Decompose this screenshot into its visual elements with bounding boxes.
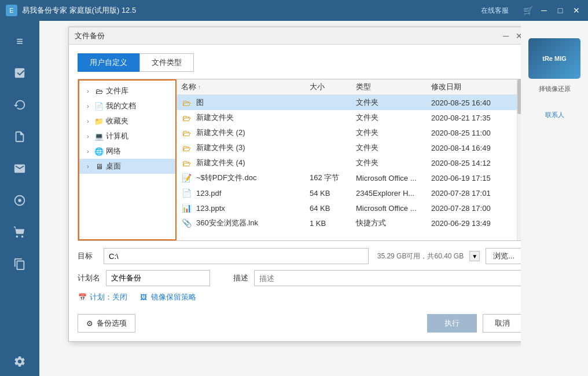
sidebar-item-scope[interactable] bbox=[5, 186, 34, 215]
schedule-link[interactable]: 📅 计划：关闭 bbox=[78, 292, 127, 302]
dialog-titlebar: 文件备份 ─ ✕ bbox=[69, 27, 531, 45]
desc-input[interactable] bbox=[254, 270, 522, 286]
plan-name-input[interactable] bbox=[106, 270, 210, 286]
tab-custom[interactable]: 用户自定义 bbox=[78, 53, 139, 72]
tree-item-mydocs[interactable]: › 📄 我的文档 bbox=[79, 98, 175, 114]
tree-item-computer[interactable]: › 💻 计算机 bbox=[79, 129, 175, 144]
file-name: 新建文件夹 (2) bbox=[196, 127, 245, 138]
disk-dropdown-btn[interactable]: ▼ bbox=[469, 251, 480, 261]
computer-icon: 💻 bbox=[94, 132, 104, 141]
col-header-name[interactable]: 名称 ↑ bbox=[181, 82, 310, 92]
sidebar-item-settings[interactable] bbox=[5, 347, 34, 376]
gear-icon: ⚙ bbox=[86, 319, 93, 328]
options-button[interactable]: ⚙ 备份选项 bbox=[78, 314, 135, 333]
mydocs-icon: 📄 bbox=[94, 101, 104, 111]
file-browser: › 🗁 文件库 › 📄 我的文档 › 📁 收藏夹 bbox=[78, 79, 522, 241]
links-row: 📅 计划：关闭 🖼 镜像保留策略 bbox=[78, 292, 522, 302]
titlebar-minimize-btn[interactable]: ─ bbox=[538, 5, 550, 16]
sidebar-item-email[interactable] bbox=[5, 154, 34, 183]
mirror-link-text: 镜像保留策略 bbox=[151, 292, 196, 302]
schedule-link-text: 计划：关闭 bbox=[90, 292, 127, 302]
file-date-cell: 2020-08-25 11:00 bbox=[431, 129, 512, 137]
chevron-icon: › bbox=[84, 147, 92, 155]
tree-label-favorites: 收藏夹 bbox=[106, 116, 128, 126]
dialog-content: 用户自定义 文件类型 › 🗁 文件库 › 📄 bbox=[69, 45, 531, 341]
table-row[interactable]: 📝 ~$转PDF文件.doc 162 字节 Microsoft Office .… bbox=[177, 170, 517, 185]
folder-icon: 🗁 bbox=[181, 158, 192, 168]
table-row[interactable]: 🗁 新建文件夹 (2) 文件夹 2020-08-25 11:00 bbox=[177, 125, 517, 140]
dialog-minimize-btn[interactable]: ─ bbox=[500, 30, 512, 42]
execute-button[interactable]: 执行 bbox=[427, 314, 477, 333]
sidebar-item-restore[interactable] bbox=[5, 90, 34, 119]
file-date-cell: 2020-08-14 16:49 bbox=[431, 144, 512, 152]
tab-filetype[interactable]: 文件类型 bbox=[139, 53, 194, 72]
chevron-icon: › bbox=[84, 132, 92, 140]
mirror-icon: 🖼 bbox=[139, 293, 148, 302]
contact-link[interactable]: 联系人 bbox=[545, 111, 564, 119]
file-name: 新建文件夹 (4) bbox=[196, 158, 245, 168]
file-name: 新建文件夹 (3) bbox=[196, 143, 245, 153]
main-layout: ≡ 文件备份 ─ bbox=[0, 21, 588, 376]
dialog-title: 文件备份 bbox=[75, 31, 500, 41]
file-size-cell: 162 字节 bbox=[310, 173, 356, 183]
pdf-icon: 📄 bbox=[181, 188, 192, 198]
titlebar-controls: 在线客服 🛒 ─ □ ✕ bbox=[481, 5, 582, 16]
col-header-date[interactable]: 修改日期 bbox=[431, 82, 512, 92]
sidebar: ≡ bbox=[0, 21, 39, 376]
tree-item-network[interactable]: › 🌐 网络 bbox=[79, 144, 175, 159]
cancel-button[interactable]: 取消 bbox=[483, 314, 522, 333]
desc-label: 描述 bbox=[233, 273, 248, 283]
file-name-cell: 🗁 新建文件夹 (4) bbox=[181, 158, 310, 168]
table-row[interactable]: 📊 123.pptx 64 KB Microsoft Office ... 20… bbox=[177, 200, 517, 216]
file-date-cell: 2020-06-19 17:15 bbox=[431, 174, 512, 182]
table-row[interactable]: 🗁 新建文件夹 文件夹 2020-08-21 17:35 bbox=[177, 110, 517, 125]
sidebar-item-backup[interactable] bbox=[5, 59, 34, 87]
table-row[interactable]: 📄 123.pdf 54 KB 2345Explorer H... 2020-0… bbox=[177, 185, 517, 200]
file-rows: 🗁 图 文件夹 2020-08-25 16:40 🗁 新建文件夹 文件夹 202… bbox=[177, 95, 517, 231]
file-type-cell: 文件夹 bbox=[356, 127, 431, 138]
sidebar-item-clone[interactable] bbox=[5, 250, 34, 279]
titlebar-maximize-btn[interactable]: □ bbox=[554, 5, 566, 16]
col-header-size[interactable]: 大小 bbox=[310, 82, 356, 92]
table-row[interactable]: 🗁 新建文件夹 (3) 文件夹 2020-08-14 16:49 bbox=[177, 140, 517, 155]
col-header-type[interactable]: 类型 bbox=[356, 82, 431, 92]
tree-item-favorites[interactable]: › 📁 收藏夹 bbox=[79, 114, 175, 129]
file-date-cell: 2020-08-21 17:35 bbox=[431, 114, 512, 122]
file-name-cell: 📄 123.pdf bbox=[181, 188, 310, 198]
titlebar-close-btn[interactable]: ✕ bbox=[571, 5, 582, 16]
tree-label-mydocs: 我的文档 bbox=[106, 101, 136, 111]
table-row[interactable]: 🗁 图 文件夹 2020-08-25 16:40 bbox=[177, 95, 517, 110]
tree-label-library: 文件库 bbox=[106, 86, 128, 96]
cart-icon[interactable]: 🛒 bbox=[522, 5, 534, 16]
chevron-icon: › bbox=[84, 162, 92, 170]
file-date-cell: 2020-08-25 14:12 bbox=[431, 159, 512, 167]
sidebar-item-file[interactable] bbox=[5, 122, 34, 151]
file-backup-dialog: 文件备份 ─ ✕ 用户自定义 文件类型 › 🗁 bbox=[68, 27, 531, 342]
sidebar-item-cart[interactable] bbox=[5, 218, 34, 247]
tabs: 用户自定义 文件类型 bbox=[78, 53, 522, 72]
tree-item-desktop[interactable]: › 🖥 桌面 bbox=[79, 159, 175, 174]
mirror-link[interactable]: 🖼 镜像保留策略 bbox=[139, 292, 196, 302]
file-type-cell: 快捷方式 bbox=[356, 218, 431, 228]
tree-panel: › 🗁 文件库 › 📄 我的文档 › 📁 收藏夹 bbox=[78, 79, 177, 240]
file-date-cell: 2020-08-25 16:40 bbox=[431, 98, 512, 107]
target-label: 目标 bbox=[78, 251, 98, 261]
tree-item-library[interactable]: › 🗁 文件库 bbox=[79, 83, 175, 98]
table-row[interactable]: 📎 360安全浏览器.lnk 1 KB 快捷方式 2020-06-29 13:4… bbox=[177, 216, 517, 231]
choose-restore-text[interactable]: 择镜像还原 bbox=[539, 85, 571, 93]
file-name: 图 bbox=[196, 97, 204, 108]
file-type-cell: 文件夹 bbox=[356, 158, 431, 168]
disk-info: 35.29 GB可用，共60.40 GB bbox=[377, 251, 464, 261]
target-input[interactable] bbox=[104, 248, 369, 264]
table-row[interactable]: 🗁 新建文件夹 (4) 文件夹 2020-08-25 14:12 bbox=[177, 155, 517, 170]
folder-icon: 🗁 bbox=[181, 127, 192, 138]
file-date-cell: 2020-06-29 13:49 bbox=[431, 219, 512, 228]
tree-label-desktop: 桌面 bbox=[106, 161, 121, 171]
online-service-link[interactable]: 在线客服 bbox=[481, 6, 509, 16]
file-name-cell: 📝 ~$转PDF文件.doc bbox=[181, 173, 310, 183]
folder-icon: 🗁 bbox=[181, 143, 192, 153]
plan-row: 计划名 描述 bbox=[78, 270, 522, 286]
file-name: 123.pdf bbox=[196, 189, 221, 198]
browse-button[interactable]: 浏览... bbox=[486, 248, 522, 264]
sidebar-item-menu[interactable]: ≡ bbox=[5, 27, 34, 56]
